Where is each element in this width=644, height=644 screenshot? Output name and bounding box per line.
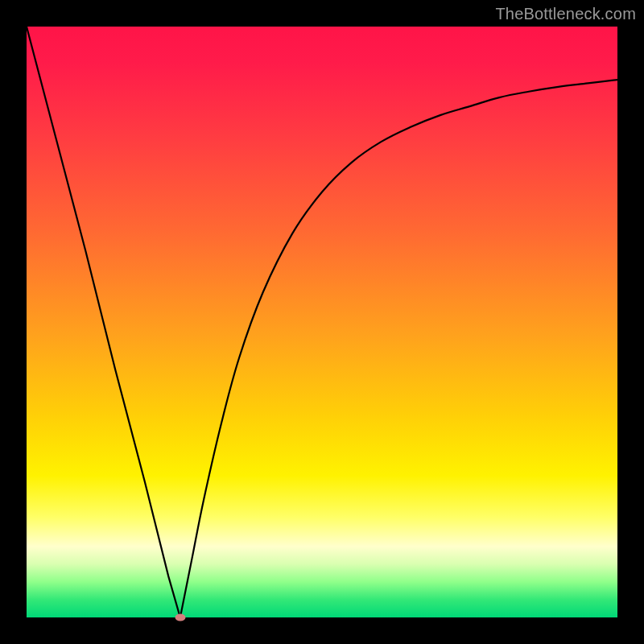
watermark-text: TheBottleneck.com	[495, 5, 636, 23]
plot-area	[27, 27, 617, 617]
minimum-marker	[175, 614, 185, 621]
chart-frame: TheBottleneck.com	[0, 0, 644, 644]
curve-right-branch	[180, 80, 617, 617]
curve-left-branch	[27, 27, 180, 617]
bottleneck-curve	[27, 27, 617, 617]
